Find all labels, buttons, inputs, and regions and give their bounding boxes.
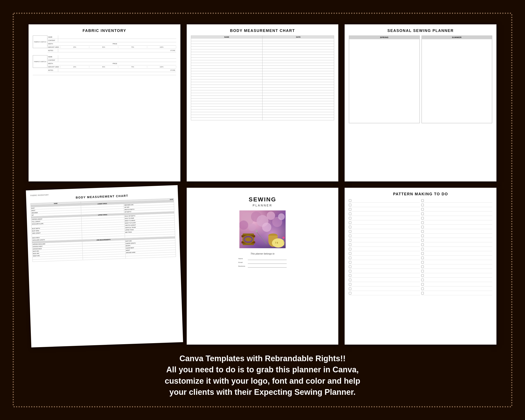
bottom-text-section: Canva Templates with Rebrandable Rights!… bbox=[20, 349, 505, 400]
table-row bbox=[191, 66, 334, 68]
bottom-text-content: Canva Templates with Rebrandable Rights!… bbox=[37, 353, 488, 398]
table-row bbox=[191, 52, 334, 55]
list-item bbox=[421, 247, 492, 251]
list-item bbox=[349, 234, 420, 238]
belongs-line-business: Business bbox=[238, 265, 287, 268]
svg-point-7 bbox=[262, 223, 271, 232]
list-item bbox=[421, 199, 492, 203]
list-item bbox=[421, 239, 492, 242]
todo-list-right bbox=[421, 199, 492, 295]
seasonal-planner-card: SEASONAL SEWING PLANNER SPRING SUMMER bbox=[345, 24, 497, 181]
pattern-making-todo-card: PATTERN MAKING TO DO bbox=[345, 188, 497, 345]
table-row bbox=[191, 74, 334, 77]
svg-point-8 bbox=[278, 213, 285, 220]
bmc-col-name: NAME bbox=[191, 36, 262, 38]
sewing-cover: SEWING PLANNER bbox=[191, 192, 334, 273]
table-row bbox=[191, 41, 334, 44]
list-item bbox=[421, 283, 492, 286]
sewing-cover-image: 7 8 bbox=[239, 210, 286, 248]
table-row bbox=[191, 44, 334, 47]
table-row bbox=[191, 104, 334, 107]
table-row bbox=[191, 49, 334, 52]
fi-width-price-row: WIDTH PRICE bbox=[47, 42, 176, 46]
fi-swatch-2: FABRIC'S WATCH bbox=[33, 55, 47, 68]
list-item bbox=[421, 291, 492, 295]
list-item bbox=[421, 216, 492, 220]
belongs-to-text: This planner belongs to bbox=[251, 252, 274, 255]
table-row bbox=[191, 112, 334, 115]
bmc-top-title: BODY MEASUREMENT CHART bbox=[191, 28, 334, 33]
bottom-line-3: customize it with your logo, font and co… bbox=[165, 376, 360, 385]
table-row bbox=[191, 77, 334, 79]
pattern-making-title: PATTERN MAKING TO DO bbox=[349, 192, 492, 196]
svg-point-20 bbox=[272, 238, 285, 248]
fi-notes-row: NOTES STORE bbox=[47, 49, 176, 52]
table-row bbox=[191, 118, 334, 120]
outer-border: FABRIC INVENTORY FABRIC'S WATCH NAME CON… bbox=[13, 13, 512, 407]
list-item bbox=[349, 208, 420, 212]
fi-section-2: FABRIC'S WATCH NAME CONTENT WIDTH bbox=[33, 55, 176, 72]
list-item bbox=[349, 265, 420, 269]
table-row bbox=[191, 109, 334, 112]
bmc-large-table: NAME DATE LOWER TORSO BUST ABDOMEN ARC W… bbox=[30, 198, 176, 262]
list-item bbox=[349, 225, 420, 229]
table-row bbox=[191, 79, 334, 82]
list-item bbox=[349, 278, 420, 282]
svg-point-16 bbox=[256, 230, 257, 232]
summer-header: SUMMER bbox=[422, 36, 492, 39]
bottom-line-2: All you need to do is to grab this plann… bbox=[166, 365, 359, 374]
list-item bbox=[349, 199, 420, 203]
pages-grid: FABRIC INVENTORY FABRIC'S WATCH NAME CON… bbox=[20, 20, 505, 349]
table-row bbox=[191, 57, 334, 60]
list-item bbox=[421, 265, 492, 269]
list-item bbox=[349, 261, 420, 264]
table-row bbox=[191, 63, 334, 66]
list-item bbox=[349, 203, 420, 207]
belongs-line-name: Name bbox=[238, 257, 287, 260]
table-row bbox=[191, 107, 334, 109]
svg-line-15 bbox=[256, 231, 267, 244]
fi-footer bbox=[33, 75, 176, 79]
svg-text:7 8: 7 8 bbox=[275, 242, 278, 244]
list-item bbox=[421, 261, 492, 264]
list-item bbox=[421, 278, 492, 282]
list-item bbox=[421, 270, 492, 273]
fabric-inventory-title: FABRIC INVENTORY bbox=[33, 28, 176, 33]
fi-amount-row: AMOUNT USED 25% 50% 75% 100% bbox=[47, 46, 176, 49]
list-item bbox=[349, 239, 420, 242]
bottom-line-1: Canva Templates with Rebrandable Rights!… bbox=[179, 354, 346, 363]
fi-fields-1: NAME CONTENT WIDTH PRICE bbox=[47, 36, 176, 52]
list-item bbox=[349, 216, 420, 220]
list-item bbox=[349, 270, 420, 273]
sewing-image-svg: 7 8 bbox=[239, 210, 286, 248]
spring-box: SPRING bbox=[349, 36, 420, 123]
sewing-cover-subtitle: PLANNER bbox=[253, 204, 272, 207]
list-item bbox=[421, 274, 492, 278]
table-row bbox=[191, 68, 334, 71]
list-item bbox=[421, 234, 492, 238]
fi-fields-2: NAME CONTENT WIDTH PRICE bbox=[47, 55, 176, 72]
belongs-line-email: Email bbox=[238, 261, 287, 264]
summer-content bbox=[422, 39, 492, 123]
table-row bbox=[191, 90, 334, 93]
list-item bbox=[421, 230, 492, 233]
table-row bbox=[191, 71, 334, 74]
list-item bbox=[421, 243, 492, 247]
list-item bbox=[349, 256, 420, 260]
table-row bbox=[191, 101, 334, 104]
list-item bbox=[349, 247, 420, 251]
table-row bbox=[191, 55, 334, 57]
summer-box: SUMMER bbox=[422, 36, 492, 123]
list-item bbox=[349, 274, 420, 278]
list-item bbox=[349, 287, 420, 291]
list-item bbox=[421, 208, 492, 212]
list-item bbox=[421, 256, 492, 260]
svg-point-22 bbox=[282, 237, 285, 239]
bottom-line-4: your clients with their Expecting Sewing… bbox=[169, 388, 356, 396]
sewing-planner-cover-card: SEWING PLANNER bbox=[187, 188, 338, 345]
todo-grid bbox=[349, 199, 492, 295]
table-row bbox=[191, 96, 334, 99]
todo-list-left bbox=[349, 199, 420, 295]
spring-header: SPRING bbox=[349, 36, 419, 39]
list-item bbox=[349, 221, 420, 225]
